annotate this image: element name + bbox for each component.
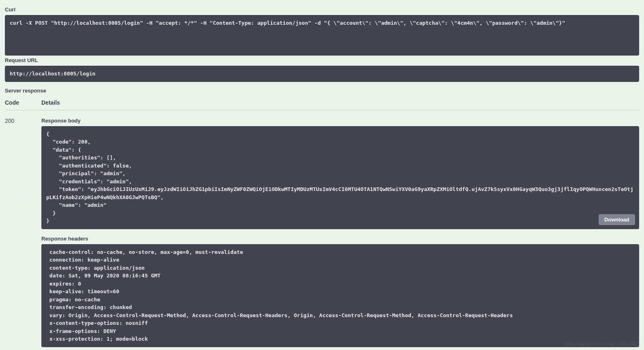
response-headers-label: Response headers [41,236,639,242]
details-cell: Response body { "code": 200, "data": { "… [41,118,639,347]
response-body-container: { "code": 200, "data": { "authorities": … [41,126,639,229]
table-header: Code Details [5,99,639,110]
table-row: 200 Response body { "code": 200, "data":… [5,118,639,347]
response-body-label: Response body [41,118,639,124]
status-code: 200 [5,118,41,124]
request-url-content[interactable]: http://localhost:8005/login [5,66,639,82]
response-headers-content[interactable]: cache-control: no-cache, no-store, max-a… [41,244,639,347]
curl-label: Curl [5,6,639,13]
column-header-details: Details [41,99,60,106]
request-url-label: Request URL [5,57,639,63]
server-response-label: Server response [5,88,639,94]
response-table: Code Details 200 Response body { "code":… [5,99,639,347]
download-button[interactable]: Download [599,214,635,225]
column-header-code: Code [5,99,41,106]
watermark-text: https://blog.csdn.net/qq_32510597 [565,341,639,347]
curl-content[interactable]: curl -X POST "http://localhost:8005/logi… [5,15,639,56]
response-body-content[interactable]: { "code": 200, "data": { "authorities": … [41,126,639,229]
